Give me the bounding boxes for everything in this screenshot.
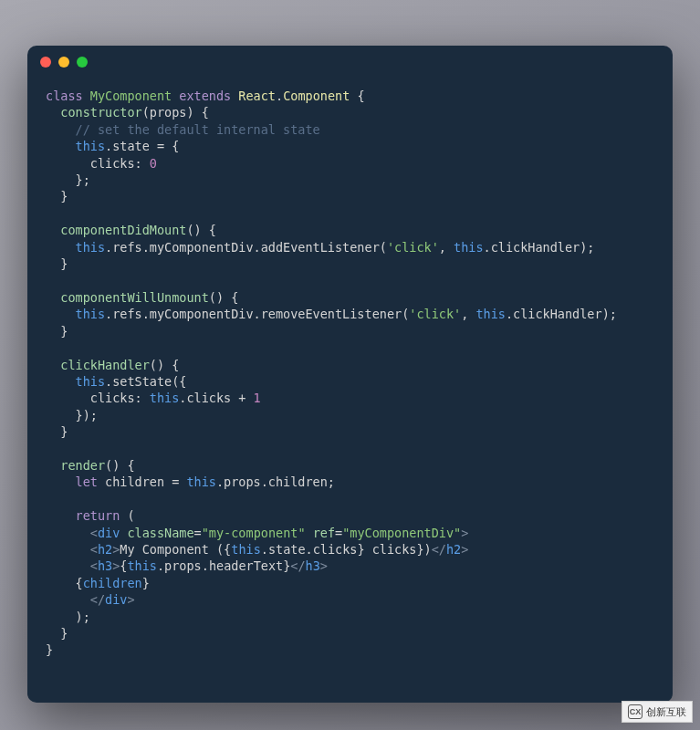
code-token: let	[76, 474, 106, 489]
code-token: =	[335, 526, 342, 540]
code-token: </	[290, 558, 305, 573]
code-window: class MyComponent extends React.Componen…	[27, 46, 673, 703]
code-token: >	[127, 592, 134, 607]
code-token: this	[186, 474, 216, 489]
code-token: >	[461, 526, 468, 540]
code-token: Component	[283, 89, 357, 103]
code-token: // set the default internal state	[76, 122, 320, 137]
maximize-icon[interactable]	[77, 57, 88, 68]
code-token: .props.headerText	[157, 558, 283, 573]
code-editor[interactable]: class MyComponent extends React.Componen…	[27, 78, 673, 703]
code-token: .refs.myComponentDiv.removeEventListener…	[105, 307, 409, 321]
code-token: "my-component"	[202, 526, 306, 540]
code-token: } clicks})	[357, 542, 431, 557]
code-token: >	[461, 542, 468, 557]
code-token: this	[76, 139, 106, 153]
code-token: this	[454, 240, 484, 255]
titlebar	[27, 46, 673, 78]
code-token: .	[276, 89, 283, 103]
code-token: {	[46, 576, 83, 590]
code-token: >	[320, 558, 328, 573]
watermark: CX 创新互联	[622, 701, 693, 723]
code-token: className	[127, 526, 193, 540]
code-token: ,	[461, 307, 475, 321]
close-icon[interactable]	[40, 57, 51, 68]
code-token: return	[76, 508, 128, 523]
code-token: "myComponentDiv"	[342, 526, 461, 540]
code-token: this	[127, 558, 157, 573]
code-token	[46, 542, 90, 557]
code-token: h3	[306, 558, 320, 573]
minimize-icon[interactable]	[58, 57, 69, 68]
watermark-text: 创新互联	[646, 705, 686, 719]
code-token: div	[105, 592, 127, 607]
code-token: 'click'	[409, 307, 461, 321]
code-token: h2	[446, 542, 461, 557]
code-token: class	[46, 89, 90, 103]
watermark-icon: CX	[628, 704, 643, 719]
code-token: extends	[179, 89, 238, 103]
code-token: <	[90, 558, 98, 573]
code-token	[46, 139, 76, 153]
code-token: render	[60, 458, 105, 473]
code-token: <	[90, 542, 98, 557]
code-token: this	[76, 307, 106, 321]
code-token: My Component ({	[120, 542, 231, 557]
code-token: </	[432, 542, 446, 557]
code-token: constructor	[60, 105, 141, 120]
code-token: </	[90, 592, 105, 607]
code-token: componentWillUnmount	[60, 290, 209, 305]
code-token: 0	[150, 156, 157, 171]
code-token: ref	[313, 526, 335, 540]
code-token: clickHandler	[60, 358, 150, 372]
code-token: this	[475, 307, 506, 321]
code-token: ); } }	[46, 610, 90, 658]
code-token: div	[98, 526, 128, 540]
code-token	[46, 558, 90, 573]
code-token: React	[238, 89, 276, 103]
code-token: 'click'	[387, 240, 439, 255]
code-token: .clicks +	[179, 391, 253, 405]
code-token: h3	[98, 558, 112, 573]
code-token: children	[83, 576, 142, 590]
code-token	[306, 526, 313, 540]
code-token: 1	[254, 391, 261, 405]
code-token: h2	[98, 542, 112, 557]
code-token: this	[76, 374, 106, 389]
code-token: <	[90, 526, 98, 540]
code-token: componentDidMount	[60, 223, 186, 237]
code-token: .state.clicks	[261, 542, 358, 557]
code-token: ,	[439, 240, 454, 255]
code-token: children =	[105, 474, 186, 489]
code-token: this	[76, 240, 106, 255]
code-token: .refs.myComponentDiv.addEventListener(	[105, 240, 387, 255]
code-token: =	[194, 526, 202, 540]
code-token: this	[231, 542, 261, 557]
code-token: this	[150, 391, 180, 405]
code-token: MyComponent	[90, 89, 180, 103]
